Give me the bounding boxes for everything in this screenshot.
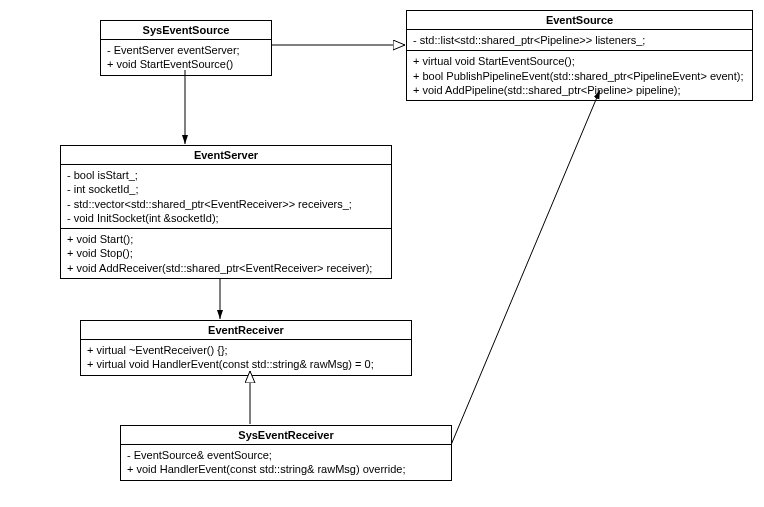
class-members: - EventServer eventServer; + void StartE…	[101, 40, 271, 75]
arrow-syseventreceiver-to-eventsource	[451, 90, 600, 445]
member-line: - void InitSocket(int &socketId);	[67, 211, 385, 225]
class-title: EventSource	[407, 11, 752, 30]
class-title: EventReceiver	[81, 321, 411, 340]
member-line: - int socketId_;	[67, 182, 385, 196]
member-line: + void StartEventSource()	[107, 57, 265, 71]
member-line: - bool isStart_;	[67, 168, 385, 182]
method-line: + virtual void StartEventSource();	[413, 54, 746, 68]
member-line: - std::vector<std::shared_ptr<EventRecei…	[67, 197, 385, 211]
class-members: - std::list<std::shared_ptr<Pipeline>> l…	[407, 30, 752, 51]
class-sys-event-receiver: SysEventReceiver - EventSource& eventSou…	[120, 425, 452, 481]
class-methods: + void Start(); + void Stop(); + void Ad…	[61, 229, 391, 278]
class-sys-event-source: SysEventSource - EventServer eventServer…	[100, 20, 272, 76]
class-event-server: EventServer - bool isStart_; - int socke…	[60, 145, 392, 279]
class-title: SysEventReceiver	[121, 426, 451, 445]
method-line: + virtual void HandlerEvent(const std::s…	[87, 357, 405, 371]
method-line: + virtual ~EventReceiver() {};	[87, 343, 405, 357]
method-line: + void Stop();	[67, 246, 385, 260]
method-line: + void AddPipeline(std::shared_ptr<Pipel…	[413, 83, 746, 97]
class-event-source: EventSource - std::list<std::shared_ptr<…	[406, 10, 753, 101]
method-line: + void AddReceiver(std::shared_ptr<Event…	[67, 261, 385, 275]
class-methods: + virtual void StartEventSource(); + boo…	[407, 51, 752, 100]
member-line: - EventSource& eventSource;	[127, 448, 445, 462]
class-methods: + virtual ~EventReceiver() {}; + virtual…	[81, 340, 411, 375]
class-members: - bool isStart_; - int socketId_; - std:…	[61, 165, 391, 229]
method-line: + void Start();	[67, 232, 385, 246]
member-line: + void HandlerEvent(const std::string& r…	[127, 462, 445, 476]
method-line: + bool PublishPipelineEvent(std::shared_…	[413, 69, 746, 83]
class-members: - EventSource& eventSource; + void Handl…	[121, 445, 451, 480]
class-title: EventServer	[61, 146, 391, 165]
class-title: SysEventSource	[101, 21, 271, 40]
member-line: - std::list<std::shared_ptr<Pipeline>> l…	[413, 33, 746, 47]
class-event-receiver: EventReceiver + virtual ~EventReceiver()…	[80, 320, 412, 376]
member-line: - EventServer eventServer;	[107, 43, 265, 57]
